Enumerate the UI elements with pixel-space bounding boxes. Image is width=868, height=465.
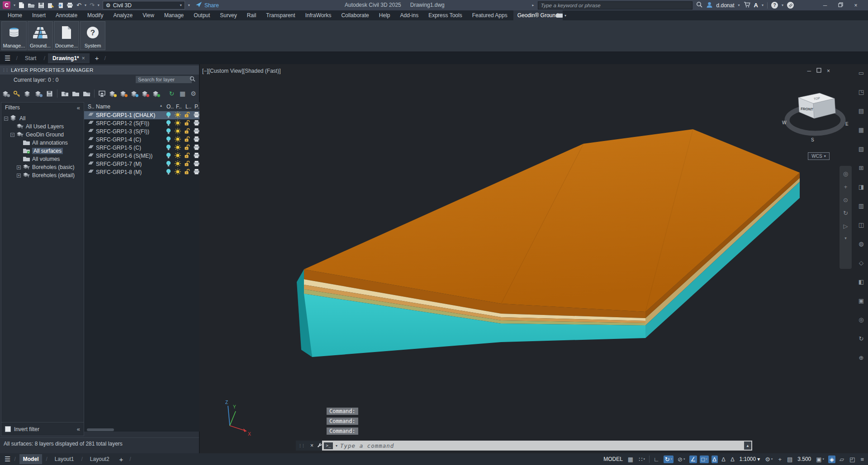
status-caret-icon[interactable]: ▾ (823, 457, 825, 461)
restore-button[interactable] (835, 2, 846, 9)
layer-freeze-toggle[interactable] (175, 169, 181, 176)
command-history-up-icon[interactable]: ▲ (744, 442, 751, 450)
lpm-titlebar[interactable]: ⋮⋮ LAYER PROPERTIES MANAGER (0, 66, 199, 75)
annotation-visibility-icon[interactable]: ∆ (711, 456, 718, 463)
new-group-filter-icon[interactable] (71, 89, 80, 98)
viewport-canvas[interactable]: W S E TOP FRONT Z Y X (199, 64, 868, 453)
zoom-icon[interactable]: ⊙ (843, 197, 848, 203)
layout-tab-layout1[interactable]: Layout1 (51, 454, 78, 464)
panel-button-docume[interactable]: Docume... (54, 21, 79, 50)
layer-row[interactable]: SRFC-GRP1-6 (S(ME)) (84, 152, 199, 160)
command-caret-icon[interactable]: ▾ (336, 444, 337, 448)
steering-wheel-icon[interactable]: ◎ (843, 170, 848, 177)
layer-key-icon[interactable] (13, 89, 21, 98)
elevation-value[interactable]: 3.500 (797, 456, 812, 463)
filter-item-all-surfaces[interactable]: All surfaces (3, 147, 83, 155)
render-palette-icon[interactable]: ◍ (859, 240, 863, 247)
sheet-set-manager-icon[interactable]: ▧ (859, 146, 864, 152)
layer-name[interactable]: SRFC-GRP1-2 (S(FI)) (96, 120, 149, 127)
layer-plot-toggle[interactable] (193, 136, 200, 144)
layer-freeze-toggle[interactable] (175, 128, 181, 136)
ribbon-tab-transparent[interactable]: Transparent (262, 10, 299, 20)
expand-icon[interactable]: + (17, 174, 21, 178)
wcs-selector[interactable]: WCS ▾ (808, 152, 830, 160)
ribbon-tab-view[interactable]: View (138, 10, 158, 20)
model-space-button[interactable]: MODEL (602, 456, 624, 463)
layout-tab-model[interactable]: Model (19, 454, 43, 464)
filter-item-all-volumes[interactable]: All volumes (3, 155, 83, 163)
invert-collapse-button[interactable]: « (77, 426, 80, 432)
status-caret-icon[interactable]: ▾ (643, 457, 645, 461)
file-tab-menu-icon[interactable]: ☰ (5, 54, 10, 62)
elevation-layers-icon[interactable]: ▤ (786, 456, 794, 463)
layer-states-icon[interactable] (2, 89, 10, 98)
save-as-icon[interactable] (47, 2, 54, 9)
app-store-cart-icon[interactable] (744, 1, 750, 9)
ribbon-tab-analyze[interactable]: Analyze (109, 10, 137, 20)
object-snap-icon[interactable]: □▾ (700, 456, 708, 463)
filter-item-boreholes-basic[interactable]: +Boreholes (basic) (3, 163, 83, 171)
orbit-tool-icon[interactable]: ↻ (859, 335, 864, 342)
count-palette-icon[interactable]: ◨ (859, 183, 864, 190)
app-logo[interactable]: C (3, 1, 10, 9)
drawing-viewport[interactable]: [−][Custom View][Shaded (Fast)] ─ × (199, 64, 868, 453)
panel-button-manage[interactable]: Manage... (1, 21, 27, 50)
layer-on-toggle[interactable] (166, 136, 171, 144)
units-icon[interactable]: ▱ (838, 456, 845, 463)
expand-icon[interactable]: + (17, 165, 21, 169)
layer-on-toggle[interactable] (166, 144, 171, 152)
status-caret-icon[interactable]: ▾ (683, 457, 685, 461)
annotation-autoscale-icon[interactable]: ∆ (721, 456, 727, 463)
layer-lock-toggle[interactable] (184, 120, 190, 127)
layer-row[interactable]: SRFC-GRP1-5 (C) (84, 144, 199, 152)
column-name[interactable]: Name (96, 103, 110, 110)
layer-states-manager-icon[interactable] (82, 89, 91, 98)
vp-layer-icon[interactable] (98, 89, 106, 98)
polar-tracking-icon[interactable]: ↻▾ (664, 456, 674, 463)
showmotion-icon[interactable]: ▷ (844, 223, 848, 230)
layer-freeze-toggle[interactable] (175, 112, 181, 119)
selection-cycling-icon[interactable]: ▣▾ (815, 456, 825, 463)
freeze-layer-icon[interactable] (130, 89, 139, 98)
ribbon-tab-output[interactable]: Output (190, 10, 214, 20)
layer-row[interactable]: SRFC-GRP1-2 (S(FI)) (84, 119, 199, 127)
layer-row[interactable]: SRFC-GRP1-8 (M) (84, 168, 199, 176)
signed-in-user[interactable]: d.donat (716, 2, 735, 9)
minimize-button[interactable]: ─ (819, 2, 831, 9)
save-icon[interactable] (38, 2, 44, 9)
new-layout-button[interactable]: + (117, 456, 126, 463)
layer-row[interactable]: SRFC-GRP1-3 (S(FI)) (84, 127, 199, 136)
layer-freeze-toggle[interactable] (175, 144, 181, 152)
layer-name[interactable]: SRFC-GRP1-6 (S(ME)) (96, 153, 152, 159)
snap-mode-icon[interactable]: ∷▾ (637, 456, 646, 463)
print-icon[interactable] (66, 2, 73, 8)
orbit-icon[interactable]: ↻ (843, 210, 848, 216)
layer-plot-toggle[interactable] (193, 112, 200, 119)
layer-name[interactable]: SRFC-GRP1-3 (S(FI)) (96, 128, 149, 135)
viewcube-south-label[interactable]: S (811, 137, 814, 142)
viewcube-front-label[interactable]: FRONT (801, 107, 813, 111)
layer-on-toggle[interactable] (166, 152, 171, 160)
viewcube-west-label[interactable]: W (782, 120, 787, 125)
layer-plot-toggle[interactable] (193, 169, 200, 176)
search-icon[interactable] (696, 1, 702, 9)
redo-caret-icon[interactable]: ▾ (98, 3, 100, 7)
layer-lock-toggle[interactable] (184, 136, 190, 144)
layer-lock-toggle[interactable] (184, 169, 190, 176)
customization-icon[interactable]: ≡ (859, 456, 865, 463)
viewport-restore-icon[interactable] (816, 68, 821, 74)
ribbon-tab-insert[interactable]: Insert (28, 10, 50, 20)
collapse-icon[interactable]: − (10, 133, 14, 137)
layer-row[interactable]: SRFC-GRP1-4 (C) (84, 136, 199, 144)
ribbon-tab-featured-apps[interactable]: Featured Apps (468, 10, 512, 20)
filters-collapse-button[interactable]: « (77, 104, 80, 111)
layer-freeze-toggle[interactable] (175, 160, 181, 168)
annotation-scale-icon[interactable]: ∆ (730, 456, 736, 463)
help-icon[interactable]: ? (771, 2, 778, 9)
layer-lock-toggle[interactable] (184, 112, 190, 119)
infocenter-collapse-icon[interactable]: ▸ (532, 3, 534, 7)
ribbon-tab-express-tools[interactable]: Express Tools (424, 10, 466, 20)
delete-layer-icon[interactable] (141, 89, 150, 98)
tool-palettes-icon[interactable]: ▦ (859, 127, 864, 133)
layer-name[interactable]: SRFC-GRP1-1 (CHALK) (96, 112, 155, 118)
